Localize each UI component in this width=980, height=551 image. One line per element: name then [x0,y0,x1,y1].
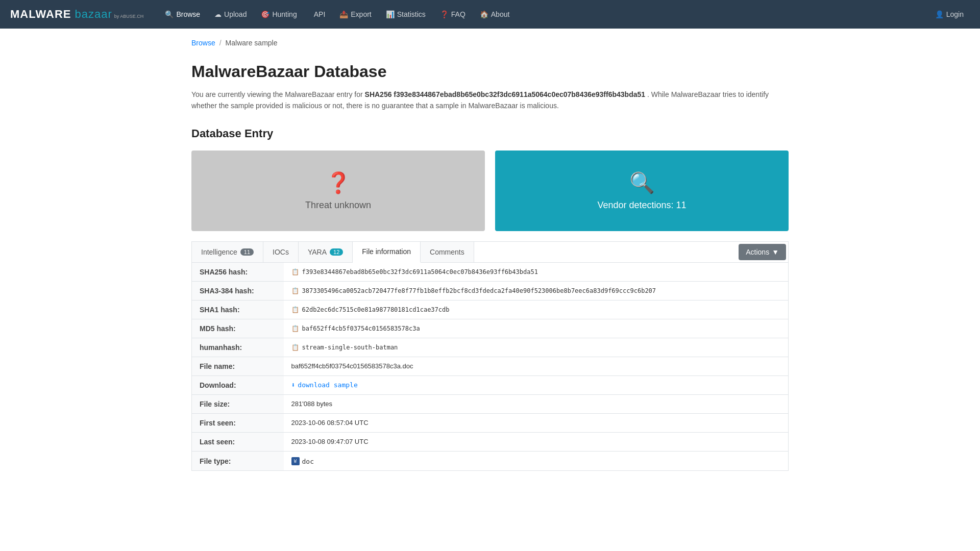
tab-file-information[interactable]: File information [353,242,421,263]
actions-chevron-icon: ▼ [772,248,779,256]
upload-nav-label: Upload [224,10,247,18]
breadcrumb-browse[interactable]: Browse [191,39,215,47]
tab-iocs[interactable]: IOCs [263,242,299,262]
upload-nav-icon: ☁ [214,10,222,18]
nav-link-statistics[interactable]: 📊Statistics [380,6,432,22]
nav-links: 🔍Browse☁Upload🎯HuntingAPI📤Export📊Statist… [159,6,928,22]
browse-nav-icon: 🔍 [165,10,174,18]
brand-name: MALWARE bazaar [10,8,112,21]
copy-icon[interactable]: 📋 [291,268,299,276]
row-9-value: 2023-10-08 09:47:07 UTC [284,432,789,451]
login-icon: 👤 [935,10,944,18]
copy-icon[interactable]: 📋 [291,325,299,332]
tab-intelligence-badge: 11 [240,248,254,256]
table-row: First seen:2023-10-06 08:57:04 UTC [192,413,789,432]
nav-link-faq[interactable]: ❓FAQ [434,6,472,22]
main-container: Browse / Malware sample MalwareBazaar Da… [184,29,796,481]
row-3-value: 📋baf652ff4cb5f03754c0156583578c3a [284,319,789,338]
download-sample-link[interactable]: ⬇download sample [291,381,781,389]
nav-link-hunting[interactable]: 🎯Hunting [255,6,303,22]
row-4-value: 📋stream-single-south-batman [284,338,789,357]
table-row: SHA3-384 hash:📋3873305496ca0052acb720477… [192,281,789,300]
page-description: You are currently viewing the MalwareBaz… [191,89,789,112]
nav-link-export[interactable]: 📤Export [333,6,377,22]
breadcrumb-separator: / [219,39,222,47]
row-3-label: MD5 hash: [192,319,284,338]
row-5-label: File name: [192,357,284,375]
threat-icon: ❓ [326,171,351,195]
browse-nav-label: Browse [176,10,200,18]
tab-yara-label: YARA [308,248,327,256]
nav-link-api[interactable]: API [305,6,332,22]
row-10-value: Wdoc [284,451,789,471]
faq-nav-label: FAQ [451,10,465,18]
page-title: MalwareBazaar Database [191,62,789,81]
row-10-label: File type: [192,451,284,471]
about-nav-label: About [491,10,510,18]
tab-file-information-label: File information [362,247,411,256]
table-row: File type:Wdoc [192,451,789,471]
cell-value: 2023-10-08 09:47:07 UTC [291,438,369,445]
login-link[interactable]: 👤 Login [929,6,970,22]
file-type-badge: Wdoc [291,457,314,465]
tab-comments-label: Comments [430,248,464,256]
file-type-value: doc [302,458,314,465]
cell-value: baf652ff4cb5f03754c0156583578c3a.doc [291,362,413,370]
navbar: MALWARE bazaar by ABUSE.CH 🔍Browse☁Uploa… [0,0,980,29]
row-9-label: Last seen: [192,432,284,451]
section-title: Database Entry [191,127,789,140]
vendor-card[interactable]: 🔍 Vendor detections: 11 [495,151,789,231]
table-row: SHA1 hash:📋62db2ec6dc7515c0e81a987780181… [192,300,789,319]
vendor-icon: 🔍 [629,171,655,195]
tab-yara[interactable]: YARA12 [299,242,353,262]
threat-card: ❓ Threat unknown [191,151,485,231]
hash-value: 3873305496ca0052acb720477fe8f77fb1b8effb… [302,287,656,294]
row-7-label: File size: [192,394,284,413]
hash-value: f393e8344867ebad8b65e0bc32f3dc6911a5064c… [302,268,538,276]
doc-type-icon: W [291,457,300,465]
sha256-highlight: SHA256 f393e8344867ebad8b65e0bc32f3dc691… [365,90,646,98]
brand-logo[interactable]: MALWARE bazaar by ABUSE.CH [10,8,143,21]
tab-spacer [474,242,737,262]
copy-icon[interactable]: 📋 [291,287,299,294]
tab-intelligence-label: Intelligence [201,248,237,256]
row-6-value[interactable]: ⬇download sample [284,375,789,394]
hash-value: 62db2ec6dc7515c0e81a987780181cd1cae37cdb [302,306,450,313]
statistics-nav-label: Statistics [397,10,426,18]
hunting-nav-label: Hunting [272,10,297,18]
nav-link-browse[interactable]: 🔍Browse [159,6,206,22]
row-8-label: First seen: [192,413,284,432]
row-7-value: 281'088 bytes [284,394,789,413]
table-row: humanhash:📋stream-single-south-batman [192,338,789,357]
faq-nav-icon: ❓ [440,10,449,18]
file-info-table: SHA256 hash:📋f393e8344867ebad8b65e0bc32f… [191,262,789,471]
cards-row: ❓ Threat unknown 🔍 Vendor detections: 11 [191,151,789,231]
row-1-label: SHA3-384 hash: [192,281,284,300]
hunting-nav-icon: 🎯 [261,10,270,18]
tab-comments[interactable]: Comments [421,242,474,262]
copy-icon[interactable]: 📋 [291,344,299,351]
row-6-label: Download: [192,375,284,394]
nav-link-upload[interactable]: ☁Upload [208,6,253,22]
hash-value: baf652ff4cb5f03754c0156583578c3a [302,325,420,332]
vendor-label: Vendor detections: 11 [597,200,686,211]
threat-label: Threat unknown [305,200,371,211]
cell-value: 2023-10-06 08:57:04 UTC [291,419,369,427]
brand-sub: by ABUSE.CH [114,14,144,19]
row-1-value: 📋3873305496ca0052acb720477fe8f77fb1b8eff… [284,281,789,300]
actions-button[interactable]: Actions▼ [739,244,786,260]
download-label: download sample [298,381,357,389]
row-0-label: SHA256 hash: [192,262,284,281]
export-nav-icon: 📤 [339,10,348,18]
table-row: Last seen:2023-10-08 09:47:07 UTC [192,432,789,451]
table-row: Download:⬇download sample [192,375,789,394]
api-nav-label: API [314,10,326,18]
login-label: Login [946,10,964,18]
tab-yara-badge: 12 [330,248,343,256]
nav-link-about[interactable]: 🏠About [474,6,516,22]
copy-icon[interactable]: 📋 [291,306,299,313]
download-icon: ⬇ [291,381,296,389]
row-8-value: 2023-10-06 08:57:04 UTC [284,413,789,432]
tab-intelligence[interactable]: Intelligence11 [192,242,263,262]
row-0-value: 📋f393e8344867ebad8b65e0bc32f3dc6911a5064… [284,262,789,281]
